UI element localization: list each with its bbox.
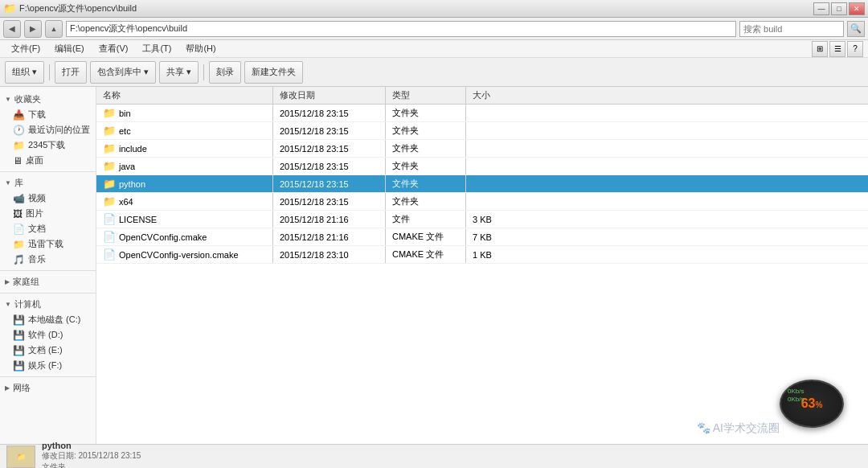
file-date-cell: 2015/12/18 21:16	[273, 211, 386, 228]
sidebar-item-music[interactable]: 🎵 音乐	[0, 252, 96, 267]
menu-bar: 文件(F) 编辑(E) 查看(V) 工具(T) 帮助(H) ⊞ ☰ ?	[0, 40, 868, 58]
column-date[interactable]: 修改日期	[273, 87, 386, 104]
file-name-cell: 📁 java	[96, 158, 273, 174]
file-name-text: OpenCVConfig.cmake	[119, 232, 207, 242]
menu-view[interactable]: 查看(V)	[92, 41, 135, 57]
share-button[interactable]: 共享 ▾	[159, 61, 199, 84]
recent-icon: 🕐	[13, 125, 25, 136]
file-date-cell: 2015/12/18 23:10	[273, 246, 386, 263]
help-icon[interactable]: ?	[847, 41, 863, 57]
sidebar-header-network[interactable]: ▶ 网络	[0, 380, 96, 396]
menu-edit[interactable]: 编辑(E)	[48, 41, 91, 57]
sidebar-item-video[interactable]: 📹 视频	[0, 191, 96, 206]
column-type[interactable]: 类型	[386, 87, 466, 104]
sidebar-header-favorites[interactable]: ▼ 收藏夹	[0, 92, 96, 107]
homegroup-arrow: ▶	[5, 278, 10, 285]
new-folder-button[interactable]: 新建文件夹	[244, 61, 303, 84]
speed-widget: 0Kb/s 0Kb/s 63%	[780, 380, 844, 428]
sidebar-item-pictures-label: 图片	[26, 207, 43, 220]
table-row[interactable]: 📁 x64 2015/12/18 23:15 文件夹	[96, 193, 868, 211]
sidebar-item-recent[interactable]: 🕐 最近访问的位置	[0, 122, 96, 138]
forward-button[interactable]: ▶	[24, 20, 42, 38]
sidebar: ▼ 收藏夹 📥 下载 🕐 最近访问的位置 📁 2345下载 🖥 桌面	[0, 87, 96, 444]
file-name-cell: 📁 include	[96, 140, 273, 157]
file-date-cell: 2015/12/18 23:15	[273, 175, 386, 192]
file-size-cell	[466, 105, 530, 121]
sidebar-div2	[0, 270, 96, 271]
drive-d-icon: 💾	[13, 330, 25, 341]
sidebar-header-library[interactable]: ▼ 库	[0, 175, 96, 191]
sidebar-item-e-label: 文档 (E:)	[28, 344, 63, 356]
sidebar-item-video-label: 视频	[28, 192, 46, 204]
video-icon: 📹	[13, 193, 25, 204]
table-row[interactable]: 📁 etc 2015/12/18 23:15 文件夹	[96, 122, 868, 140]
close-button[interactable]: ✕	[849, 2, 865, 15]
file-size-cell	[466, 175, 530, 192]
sidebar-item-pictures[interactable]: 🖼 图片	[0, 206, 96, 221]
file-icon: 📄	[103, 231, 116, 244]
table-row[interactable]: 📄 OpenCVConfig-version.cmake 2015/12/18 …	[96, 246, 868, 264]
sidebar-header-computer[interactable]: ▼ 计算机	[0, 297, 96, 312]
view-change-btn[interactable]: ⊞	[812, 41, 828, 57]
drive-c-icon: 💾	[13, 314, 25, 326]
sidebar-item-docs[interactable]: 📄 文档	[0, 221, 96, 236]
file-name-text: java	[119, 162, 135, 171]
file-name-cell: 📄 OpenCVConfig-version.cmake	[96, 246, 273, 263]
sidebar-item-c[interactable]: 💾 本地磁盘 (C:)	[0, 312, 96, 327]
thunder-icon: 📁	[13, 239, 25, 250]
menu-help[interactable]: 帮助(H)	[179, 41, 222, 57]
include-in-button[interactable]: 包含到库中 ▾	[90, 61, 156, 84]
table-row[interactable]: 📁 java 2015/12/18 23:15 文件夹	[96, 158, 868, 175]
sidebar-library-label: 库	[14, 177, 23, 189]
search-button[interactable]: 🔍	[847, 21, 865, 37]
address-input[interactable]	[66, 21, 736, 37]
sidebar-item-d[interactable]: 💾 软件 (D:)	[0, 327, 96, 343]
sidebar-item-download-label: 下载	[28, 109, 46, 121]
window-title: F:\opencv源文件\opencv\build	[19, 2, 137, 14]
maximize-button[interactable]: □	[831, 2, 847, 15]
window-icon: 📁	[3, 2, 16, 14]
table-row[interactable]: 📄 LICENSE 2015/12/18 21:16 文件 3 KB	[96, 211, 868, 228]
sidebar-item-c-label: 本地磁盘 (C:)	[28, 314, 80, 326]
drive-f-icon: 💾	[13, 360, 25, 372]
sidebar-item-desktop[interactable]: 🖥 桌面	[0, 153, 96, 168]
sidebar-item-2345[interactable]: 📁 2345下载	[0, 138, 96, 153]
file-size-cell	[466, 122, 530, 139]
up-button[interactable]: ▲	[45, 20, 63, 38]
download-icon: 📥	[13, 109, 25, 121]
open-button[interactable]: 打开	[55, 61, 87, 84]
menu-tools[interactable]: 工具(T)	[136, 41, 178, 57]
file-icon: 📁	[103, 107, 116, 120]
sidebar-item-e[interactable]: 💾 文档 (E:)	[0, 343, 96, 358]
table-row[interactable]: 📄 OpenCVConfig.cmake 2015/12/18 21:16 CM…	[96, 228, 868, 246]
minimize-button[interactable]: —	[813, 2, 829, 15]
sidebar-item-f[interactable]: 💾 娱乐 (F:)	[0, 358, 96, 373]
search-input[interactable]	[739, 21, 844, 37]
column-size[interactable]: 大小	[466, 87, 530, 104]
burn-button[interactable]: 刻录	[209, 61, 241, 84]
organize-button[interactable]: 组织 ▾	[5, 61, 44, 84]
table-row[interactable]: 📁 bin 2015/12/18 23:15 文件夹	[96, 105, 868, 122]
sidebar-div3	[0, 293, 96, 294]
sidebar-item-thunder[interactable]: 📁 迅雷下载	[0, 236, 96, 252]
file-type-cell: 文件夹	[386, 122, 466, 139]
view-details-btn[interactable]: ☰	[829, 41, 845, 57]
sidebar-div4	[0, 376, 96, 377]
drive-e-icon: 💾	[13, 345, 25, 356]
sidebar-item-music-label: 音乐	[28, 253, 46, 265]
column-name[interactable]: 名称	[96, 87, 273, 104]
desktop-icon: 🖥	[13, 155, 23, 166]
table-row[interactable]: 📁 include 2015/12/18 23:15 文件夹	[96, 140, 868, 158]
file-icon: 📄	[103, 213, 116, 226]
menu-file[interactable]: 文件(F)	[5, 41, 47, 57]
file-type-cell: 文件夹	[386, 193, 466, 210]
cpu-percent: 63%	[801, 396, 823, 411]
sidebar-item-f-label: 娱乐 (F:)	[28, 359, 62, 372]
table-row[interactable]: 📁 python 2015/12/18 23:15 文件夹	[96, 175, 868, 193]
file-date-cell: 2015/12/18 23:15	[273, 158, 386, 174]
status-type: 文件夹	[42, 462, 141, 469]
toolbar-sep1	[49, 64, 50, 80]
back-button[interactable]: ◀	[3, 20, 21, 38]
sidebar-item-download[interactable]: 📥 下载	[0, 107, 96, 122]
sidebar-header-homegroup[interactable]: ▶ 家庭组	[0, 274, 96, 289]
